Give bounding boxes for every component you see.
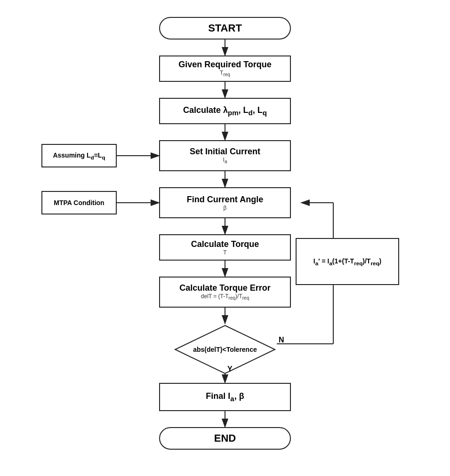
final-main: Final Ia, β: [206, 391, 244, 403]
set-current-box: Set Initial Current Ia: [159, 140, 291, 171]
set-current-sub: Ia: [223, 157, 227, 164]
end-label: END: [214, 432, 236, 444]
find-angle-box: Find Current Angle β: [159, 187, 291, 218]
calc-error-box: Calculate Torque Error delT = (T-Treq)/T…: [159, 277, 291, 308]
flowchart-diagram: START Given Required Torque Treq Calcula…: [13, 8, 437, 468]
mtpa-box: MTPA Condition: [41, 191, 117, 214]
update-current-box: Ia′ = Ia(1+(T-Treq)/Treq): [296, 238, 399, 285]
calc-lambda-main: Calculate λpm, Ld, Lq: [183, 105, 267, 117]
yes-label: Y: [227, 365, 233, 373]
start-label: START: [208, 22, 242, 34]
condition-text: abs(delT)<Tolerence: [193, 346, 257, 353]
set-current-main: Set Initial Current: [190, 147, 260, 157]
calc-torque-box: Calculate Torque T: [159, 234, 291, 261]
find-angle-sub: β: [224, 205, 227, 211]
mtpa-label: MTPA Condition: [54, 199, 104, 206]
update-current-label: Ia′ = Ia(1+(T-Treq)/Treq): [313, 257, 381, 266]
calc-torque-main: Calculate Torque: [191, 239, 259, 249]
assuming-label: Assuming Ld=Lq: [53, 151, 105, 160]
calc-error-sub: delT = (T-Treq)/Treq: [201, 293, 249, 301]
given-torque-main: Given Required Torque: [178, 60, 272, 70]
given-torque-sub: Treq: [220, 70, 230, 77]
assuming-box: Assuming Ld=Lq: [41, 144, 117, 167]
calc-torque-sub: T: [223, 249, 226, 256]
condition-diamond: abs(delT)<Tolerence: [173, 324, 277, 375]
end-node: END: [159, 427, 291, 450]
find-angle-main: Find Current Angle: [187, 195, 263, 205]
calc-error-main: Calculate Torque Error: [179, 283, 271, 293]
calc-lambda-box: Calculate λpm, Ld, Lq: [159, 98, 291, 124]
final-box: Final Ia, β: [159, 383, 291, 411]
no-label: N: [279, 336, 284, 344]
start-node: START: [159, 17, 291, 40]
given-torque-box: Given Required Torque Treq: [159, 56, 291, 82]
